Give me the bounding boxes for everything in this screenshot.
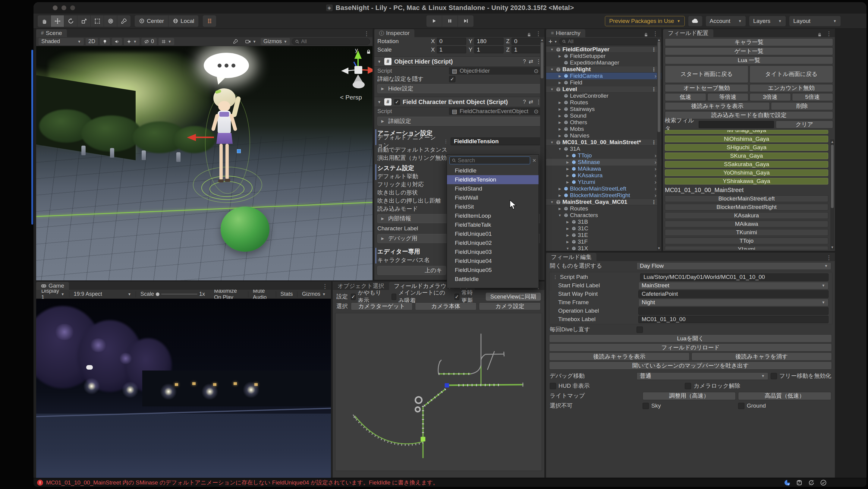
scene-audio-toggle[interactable] [112,38,122,45]
dropdown-item[interactable]: FieldItemLoop [447,211,538,220]
dropdown-search-input[interactable] [458,157,528,164]
transform-tool-button[interactable] [104,16,117,27]
rotation-x-field[interactable]: 0 [437,38,466,45]
drag-handle-icon[interactable]: ⋮ [553,274,558,280]
foldout-arrow-icon[interactable]: ▶ [565,154,570,158]
rotate-tool-button[interactable] [64,16,78,27]
hierarchy-item[interactable]: ▶Field [546,79,661,86]
hierarchy-item[interactable]: ▶Others [546,119,661,126]
scene-effects-dropdown[interactable]: ▼ [124,38,140,45]
lightmap-fast-button[interactable]: 調整用（高速） [643,392,736,400]
start-field-label-field[interactable]: MainStreet▼ [638,282,829,289]
open-select-dropdown[interactable]: Day Flow▼ [637,262,831,270]
slider-knob[interactable] [156,293,159,296]
start-way-point-field[interactable]: CafeteriaPoint [638,290,829,298]
scene-grid-dropdown[interactable]: ▼ [158,38,174,45]
hierarchy-item[interactable]: ▼MainStreet_Gaya_MC01⋮ [546,199,661,205]
help-icon[interactable]: ? [523,59,526,65]
dropdown-item[interactable]: FieldUnique01 [447,230,538,239]
object-hider-header[interactable]: ▼ # Object Hider (Script) ? ⇄ ⋮ [374,56,544,67]
sync-sceneview-button[interactable]: SceneViewに同期 [486,293,541,301]
inspector-lock-icon[interactable] [526,33,532,37]
hierarchy-item[interactable]: ▼BaseNight⋮ [546,66,661,73]
foldout-arrow-icon[interactable]: ▶ [558,193,562,197]
hide-settings-checkbox[interactable]: ✓ [449,76,456,82]
scene-lighting-toggle[interactable] [100,38,110,45]
foldout-arrow-icon[interactable]: ▶ [558,187,562,191]
stats-toggle[interactable]: Stats [278,291,296,298]
hierarchy-item[interactable]: ▶31E [546,232,661,239]
fceo-header[interactable]: ▼ # ✓ Field Character Event Object (Scri… [374,97,544,107]
dropdown-item[interactable]: FieldUnique02 [447,239,538,247]
perspective-label[interactable]: < Persp [340,94,362,101]
dropdown-item[interactable]: FieldIdleTension [447,175,538,184]
layout-dropdown[interactable]: Layout▼ [789,16,841,26]
placement-item[interactable]: BlockerMainStreetLeft [665,195,828,202]
account-dropdown[interactable]: Account▼ [706,16,746,26]
character[interactable] [205,88,244,200]
dropdown-item[interactable]: FieldIdle [447,166,538,175]
field-placement-lock-icon[interactable] [816,33,823,37]
chevron-right-icon[interactable]: › [655,73,656,79]
debug-move-dropdown[interactable]: 普通▼ [637,372,768,380]
dropdown-item[interactable]: BattleIdle [447,275,538,284]
placement-item-green[interactable]: SHiguchi_Gaya [665,144,828,151]
object-picker-icon[interactable]: ⊙ [534,108,538,115]
placement-item[interactable]: MAikawa [665,221,828,227]
scale-y-field[interactable]: 1 [474,46,504,53]
gate-list-button[interactable]: ゲート一覧 [665,47,833,55]
foldout-arrow-icon[interactable]: ▶ [558,101,562,104]
chevron-right-icon[interactable]: › [655,179,656,185]
display-dropdown[interactable]: Display 1▼ [38,291,67,298]
chara-list-button[interactable]: キャラ一覧 [665,38,833,46]
create-object-button[interactable]: + [549,38,553,45]
back-to-title-button[interactable]: タイトル画面に戻る [749,65,833,83]
foldout-arrow-icon[interactable]: ▶ [558,81,562,85]
foldout-arrow-icon[interactable]: ▼ [550,87,554,91]
presets-icon[interactable]: ⇄ [529,99,533,105]
clear-filter-button[interactable]: クリア [776,121,833,128]
camera-select-button[interactable]: カメラターゲット [351,302,412,310]
speed-button[interactable]: 等倍速 [707,93,749,101]
hierarchy-item[interactable]: ▶BlockerMainStreetLeft› [546,185,661,192]
ground-checkbox[interactable] [738,403,744,409]
cache-icon[interactable] [796,479,803,486]
speed-button[interactable]: 低速 [665,93,706,101]
placement-item[interactable]: KAsakura [665,212,828,219]
hand-tool-button[interactable] [38,16,51,27]
fceo-enabled-checkbox[interactable]: ✓ [394,99,400,105]
debugger-icon[interactable] [784,479,790,486]
dropdown-item[interactable]: FieldSit [447,202,538,211]
script-object-field[interactable]: ▤ObjectHider⊙ [449,67,541,74]
encounter-off-button[interactable]: エンカウント無効 [749,84,833,92]
object-picker-icon[interactable]: ⊙ [534,67,538,74]
camera-select-button[interactable]: カメラ本体 [415,302,477,310]
hierarchy-item[interactable]: ▶SMinase› [546,159,661,165]
hierarchy-item[interactable]: ▶MAikawa› [546,165,661,172]
placement-item[interactable]: BlockerMainStreetRight [665,204,828,210]
foldout-arrow-icon[interactable]: ▶ [565,167,570,171]
hierarchy-item[interactable]: ▼Level⋮ [546,86,661,93]
tab-inspector[interactable]: i Inspector [374,29,414,37]
foldout-arrow-icon[interactable]: ▶ [565,227,570,231]
placement-item-green[interactable]: SSakuraba_Gaya [665,161,828,167]
hierarchy-item[interactable]: ▶Narvies [546,132,661,139]
dropdown-item[interactable]: FieldStand [447,184,538,193]
hud-hide-checkbox[interactable] [550,383,556,389]
rect-tool-button[interactable] [91,16,104,27]
foldout-arrow-icon[interactable]: ▼ [550,67,554,71]
dropdown-item[interactable]: FieldTableTalk [447,220,538,230]
foldout-arrow-icon[interactable]: ▼ [550,200,554,204]
script-object-field[interactable]: ▤FieldCharacterEventObject⊙ [449,108,541,115]
open-lua-button[interactable]: Luaを開く [549,334,832,342]
placement-item-green[interactable]: YShirakawa_Gaya [665,178,828,184]
help-icon[interactable]: ? [523,99,526,105]
scene-viewport[interactable]: y x < Persp [36,46,373,280]
hierarchy-item[interactable]: ▼MC01_01_10_00_MainStreet*⋮ [546,139,661,146]
chevron-right-icon[interactable]: › [655,152,656,159]
tab-hierarchy[interactable]: ≡Hierarchy [546,29,585,37]
lightmap-quality-button[interactable]: 高品質（低速） [738,392,831,400]
speed-button[interactable]: 3倍速 [749,93,791,101]
pause-button[interactable] [442,16,458,27]
foldout-arrow-icon[interactable]: ▼ [558,147,562,151]
